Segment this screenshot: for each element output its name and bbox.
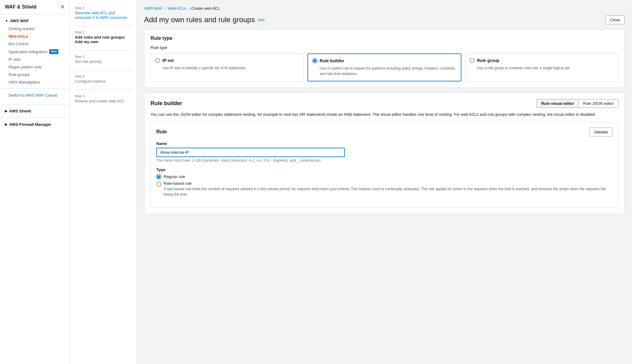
sidebar-item-label: AWS Marketplace	[9, 80, 40, 84]
sidebar-item-bot-control[interactable]: Bot Control	[0, 40, 70, 48]
rule-builder-header: Rule builder Rule visual editor Rule JSO…	[151, 99, 618, 108]
chevron-down-icon: ▼	[5, 19, 8, 23]
rule-type-ip-set-label: IP set	[162, 58, 174, 63]
rule-json-editor-btn[interactable]: Rule JSON editor	[578, 99, 618, 108]
sidebar-item-label: Rule groups	[9, 72, 30, 77]
radio-rule-builder	[312, 58, 317, 63]
sidebar-group-aws-waf[interactable]: ▼ AWS WAF	[0, 17, 70, 25]
new-badge: New	[49, 49, 59, 54]
rule-type-card-title: Rule type	[151, 36, 618, 41]
sidebar-item-ip-sets[interactable]: IP sets	[0, 56, 70, 63]
page-title: Add my own rules and rule groups	[144, 15, 255, 24]
sidebar-group-aws-shield[interactable]: ▶ AWS Shield	[0, 107, 70, 115]
rule-type-section-label: Rule type	[151, 45, 618, 50]
breadcrumb: AWS WAF › Web ACLs › Create web ACL	[144, 6, 625, 11]
sidebar-divider	[0, 88, 70, 89]
step-divider-3	[75, 70, 132, 70]
sidebar-item-label: Application integration	[9, 50, 47, 54]
name-input[interactable]	[156, 148, 345, 157]
step-4-label: Step 4	[75, 74, 132, 78]
step-5-label: Step 5	[75, 94, 132, 98]
rate-based-rule-label: Rate-based rule	[164, 181, 613, 186]
regular-rule-label: Regular rule	[164, 174, 185, 179]
step-5-title: Review and create web ACL	[75, 99, 132, 103]
step-3-label: Step 3	[75, 55, 132, 58]
sidebar-group-firewall-manager[interactable]: ▶ AWS Firewall Manager	[0, 120, 70, 129]
name-hint: The name must have 1-128 characters. Val…	[156, 158, 345, 163]
close-button[interactable]: Close	[606, 15, 625, 24]
close-sidebar-icon[interactable]: ✕	[60, 4, 65, 10]
sidebar-title: WAF & Shield	[5, 4, 36, 10]
rule-builder-title: Rule builder	[151, 100, 182, 107]
step-divider-2	[75, 50, 132, 50]
sidebar-item-web-acls[interactable]: Web ACLs	[0, 33, 70, 40]
rule-type-ip-set-desc: Use IP sets to identify a specific list …	[162, 65, 299, 71]
step-2-item: Step 2 Add rules and rule groups: Add my…	[75, 30, 132, 44]
info-link[interactable]: Info	[258, 18, 265, 22]
radio-rate-based-rule	[156, 182, 161, 187]
rule-inner-header: Rule Validate	[156, 128, 613, 136]
regular-rule-text-group: Regular rule	[164, 174, 185, 179]
type-form-group: Type Regular rule Rate-based rule A rate…	[156, 167, 613, 197]
rate-based-rule-option[interactable]: Rate-based rule A rate-based rule limits…	[156, 181, 613, 197]
sidebar-item-label: Web ACLs	[9, 34, 28, 39]
step-5-item: Step 5 Review and create web ACL	[75, 94, 132, 103]
type-label: Type	[156, 167, 613, 172]
page-title-row: Add my own rules and rule groups Info	[144, 15, 265, 24]
step-1-label: Step 1	[75, 6, 132, 10]
breadcrumb-current: Create web ACL	[191, 6, 220, 11]
breadcrumb-web-acls[interactable]: Web ACLs	[168, 6, 186, 11]
step-1-item: Step 1 Describe web ACL and associate it…	[75, 6, 132, 20]
sidebar-group-label: AWS WAF	[10, 19, 29, 23]
content-area: AWS WAF › Web ACLs › Create web ACL Add …	[137, 0, 632, 364]
rule-type-options: IP set Use IP sets to identify a specifi…	[151, 53, 618, 81]
page-header: Add my own rules and rule groups Info Cl…	[144, 15, 625, 24]
rule-type-rule-builder[interactable]: Rule builder Use a custom rule to inspec…	[307, 53, 461, 81]
rule-inner-card: Rule Validate Name The name must have 1-…	[151, 122, 618, 208]
sidebar-header: WAF & Shield ✕	[0, 0, 70, 14]
step-3-title: Set rule priority	[75, 59, 132, 64]
sidebar-item-label: IP sets	[9, 57, 21, 62]
breadcrumb-aws-waf[interactable]: AWS WAF	[144, 6, 163, 11]
rule-builder-btn-group: Rule visual editor Rule JSON editor	[537, 99, 618, 108]
sidebar-item-app-integration[interactable]: Application integration New	[0, 48, 70, 56]
rule-type-rule-builder-label: Rule builder	[320, 58, 344, 63]
sidebar-waf-classic-link[interactable]: Switch to AWS WAF Classic	[0, 91, 70, 99]
radio-ip-set	[155, 58, 160, 63]
sidebar-item-label: Getting started	[9, 26, 34, 31]
radio-rule-group	[470, 58, 474, 63]
chevron-right-icon-2: ▶	[5, 122, 7, 126]
steps-panel: Step 1 Describe web ACL and associate it…	[70, 0, 137, 364]
validate-button[interactable]: Validate	[589, 128, 613, 136]
step-divider-1	[75, 26, 132, 26]
sidebar-item-rule-groups[interactable]: Rule groups	[0, 71, 70, 78]
sidebar-item-label: Bot Control	[9, 42, 28, 46]
rule-type-card: Rule type Rule type IP set Use IP sets t…	[144, 29, 625, 88]
sidebar-item-getting-started[interactable]: Getting started	[0, 25, 70, 33]
sidebar-divider-2	[0, 104, 70, 105]
rate-based-rule-text-group: Rate-based rule A rate-based rule limits…	[164, 181, 613, 197]
main-content: Step 1 Describe web ACL and associate it…	[70, 0, 632, 364]
rule-type-rule-group[interactable]: Rule group Use a rule group to combine r…	[465, 53, 618, 81]
sidebar-item-regex-pattern-sets[interactable]: Regex pattern sets	[0, 63, 70, 71]
rule-type-ip-set[interactable]: IP set Use IP sets to identify a specifi…	[151, 53, 304, 81]
rule-inner-title: Rule	[156, 129, 167, 135]
rule-visual-editor-btn[interactable]: Rule visual editor	[537, 99, 578, 108]
sidebar-item-aws-marketplace[interactable]: AWS Marketplace	[0, 78, 70, 86]
regular-rule-option[interactable]: Regular rule	[156, 174, 613, 179]
name-label: Name	[156, 141, 613, 146]
step-1-title[interactable]: Describe web ACL and associate it to AWS…	[75, 11, 132, 20]
rule-type-rule-builder-desc: Use a custom rule to inspect for pattern…	[320, 66, 457, 77]
sidebar-group-shield-label: AWS Shield	[9, 109, 31, 113]
step-divider-4	[75, 90, 132, 90]
step-2-label: Step 2	[75, 30, 132, 34]
rule-builder-desc: You can use the JSON editor for complex …	[151, 112, 618, 118]
rate-based-rule-desc: A rate-based rule limits the number of r…	[164, 186, 613, 197]
rule-type-rule-builder-header: Rule builder	[312, 58, 457, 63]
step-4-title: Configure metrics	[75, 79, 132, 84]
step-2-title: Add rules and rule groups: Add my own	[75, 35, 132, 44]
rule-type-rule-group-header: Rule group	[470, 58, 614, 63]
radio-regular-rule	[156, 174, 161, 179]
sidebar-divider-3	[0, 118, 70, 118]
step-4-item: Step 4 Configure metrics	[75, 74, 132, 84]
